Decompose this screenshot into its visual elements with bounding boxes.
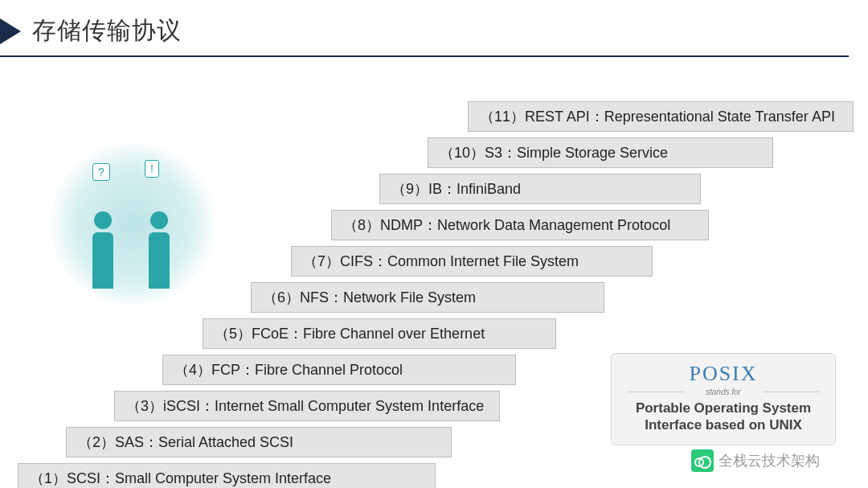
- figure-left: [88, 211, 117, 289]
- chevron-icon: [0, 18, 21, 44]
- stair-step-7: （7）CIFS：Common Internet File System: [291, 246, 653, 277]
- stair-step-10: （10）S3：Simple Storage Service: [428, 137, 773, 168]
- stair-step-9: （9）IB：InfiniBand: [379, 174, 701, 204]
- slide-content: ? ! （1）SCSI：Small Computer System Interf…: [0, 64, 868, 482]
- stair-step-5: （5）FCoE：Fibre Channel over Ethernet: [203, 318, 556, 349]
- people-illustration: ? !: [48, 144, 217, 305]
- figure-right: [145, 211, 174, 289]
- stair-step-8: （8）NDMP：Network Data Management Protocol: [331, 210, 709, 240]
- posix-desc-2: Interface based on UNIX: [620, 416, 827, 433]
- slide-header: 存储传输协议: [0, 0, 849, 57]
- posix-card: POSIX stands for Portable Operating Syst…: [611, 353, 836, 446]
- stair-step-3: （3）iSCSI：Internet Small Computer System …: [114, 391, 500, 421]
- posix-desc-1: Portable Operating System: [620, 400, 827, 416]
- watermark: 全栈云技术架构: [691, 449, 820, 472]
- posix-title: POSIX: [620, 362, 827, 386]
- illustration-bg: [48, 144, 217, 305]
- stair-step-6: （6）NFS：Network File System: [251, 282, 604, 313]
- watermark-text: 全栈云技术架构: [719, 451, 820, 470]
- stair-step-1: （1）SCSI：Small Computer System Interface: [18, 463, 436, 488]
- exclaim-bubble: !: [145, 160, 159, 178]
- stair-step-11: （11）REST API：Representational State Tran…: [468, 101, 854, 132]
- question-bubble: ?: [92, 163, 110, 181]
- stair-step-4: （4）FCP：Fibre Channel Protocol: [162, 355, 516, 385]
- posix-stands-for: stands for: [620, 388, 827, 396]
- slide-title: 存储传输协议: [32, 14, 182, 47]
- stair-step-2: （2）SAS：Serial Attached SCSI: [66, 427, 452, 457]
- wechat-icon: [691, 449, 714, 472]
